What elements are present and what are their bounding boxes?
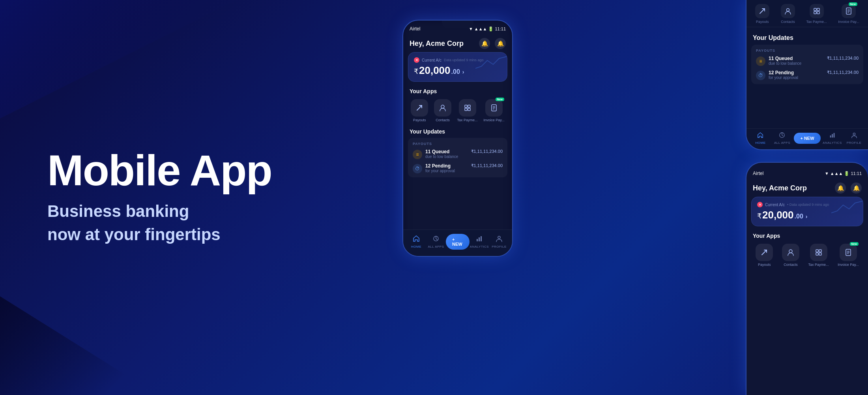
phone-right-bottom: Airtel ▼ ▲▲▲ 🔋 11:11 Hey, Acme Corp 🔔 🔔 … xyxy=(746,162,868,395)
wifi-icon-rb: ▼ xyxy=(825,171,829,176)
rp-home-icon xyxy=(757,132,763,140)
home-icon xyxy=(413,235,420,244)
update-queued-left: ≡ 11 Queued due to low balance xyxy=(413,149,458,159)
greeting-rb: Hey, Acme Corp xyxy=(753,184,807,192)
svg-rect-27 xyxy=(816,250,818,252)
bg-decoration-bottom xyxy=(0,296,158,395)
apps-grid-rb: Payouts Contacts xyxy=(746,242,868,271)
rp-bottom-nav: HOME ALL APPS + NEW xyxy=(746,128,868,149)
balance-graph xyxy=(475,53,507,72)
app-invoice-icon-wrap-rb: New xyxy=(840,244,857,261)
app-tax-icon-wrap xyxy=(459,99,476,117)
update-queued-text: 11 Queued due to low balance xyxy=(425,149,458,159)
svg-rect-22 xyxy=(830,135,831,137)
rp-nav-allapps[interactable]: ALL APPS xyxy=(772,132,792,145)
nav-profile-label: PROFILE xyxy=(492,245,507,248)
rp-pending-subtitle: for your approval xyxy=(769,75,798,80)
app-tax-label-rb: Tax Payme... xyxy=(808,263,829,267)
pending-title: 12 Pending xyxy=(425,163,455,169)
balance-whole-main: 20,000 xyxy=(419,64,451,77)
top-nav-tax[interactable]: Tax Payme... xyxy=(806,4,827,24)
update-item-pending[interactable]: ⏱ 12 Pending for your approval ₹1,11,11,… xyxy=(413,163,503,173)
nav-profile[interactable]: PROFILE xyxy=(489,235,509,248)
sub-title-line2: now at your fingertips xyxy=(47,223,272,246)
app-invoice-rb[interactable]: New Invoice Pay... xyxy=(838,244,859,267)
notification-icon[interactable]: 🔔 xyxy=(479,38,490,49)
app-payouts-label-rb: Payouts xyxy=(758,263,771,267)
rp-analytics-label: ANALYTICS xyxy=(823,141,842,145)
nav-analytics-label: ANALYTICS xyxy=(470,245,489,248)
phone-main: Airtel ▼ ▲▲▲ 🔋 11:11 Hey, Acme Corp 🔔 🔔 xyxy=(402,20,513,257)
alert-icon[interactable]: 🔔 xyxy=(495,38,506,49)
update-item-queued[interactable]: ≡ 11 Queued due to low balance ₹1,11,11,… xyxy=(413,149,503,159)
app-tax-icon-wrap-rb xyxy=(810,244,827,261)
nav-new[interactable]: + NEW xyxy=(446,234,470,250)
rp-updates-title: Your Updates xyxy=(751,31,863,45)
updates-section-main: PAYOUTS ≡ 11 Queued due to low balance ₹… xyxy=(408,138,507,177)
app-tax[interactable]: Tax Payme... xyxy=(457,99,478,122)
svg-rect-17 xyxy=(817,11,819,14)
top-nav-invoice[interactable]: New Invoice Pay... xyxy=(838,4,859,24)
app-payouts[interactable]: Payouts xyxy=(411,99,428,122)
rp-updates-label: PAYOUTS xyxy=(756,49,859,53)
rp-update-queued[interactable]: ≡ 11 Queued due to low balance ₹1,11,11,… xyxy=(756,56,859,66)
balance-whole-rb: 20,000 xyxy=(762,209,794,221)
queued-title: 11 Queued xyxy=(425,149,458,154)
rp-pending-left: ⏱ 12 Pending for your approval xyxy=(756,70,798,80)
rp-nav-analytics[interactable]: ANALYTICS xyxy=(823,132,842,145)
app-invoice-icon xyxy=(485,99,503,117)
top-nav-invoice-badge: New xyxy=(849,2,857,6)
rp-nav-profile[interactable]: PROFILE xyxy=(844,132,864,145)
rp-queued-icon: ≡ xyxy=(756,56,765,66)
app-contacts[interactable]: Contacts xyxy=(434,99,451,122)
phone-header-main: Hey, Acme Corp 🔔 🔔 xyxy=(403,33,512,52)
nav-home-label: HOME xyxy=(411,245,421,248)
app-payouts-icon xyxy=(411,99,428,117)
updates-section-title-main: Your Updates xyxy=(403,127,512,138)
top-nav-invoice-icon-wrap: New xyxy=(842,4,856,18)
nav-analytics[interactable]: ANALYTICS xyxy=(470,235,489,248)
app-contacts-icon xyxy=(434,99,451,117)
rp-new-button[interactable]: + NEW xyxy=(794,133,820,144)
top-nav-payouts[interactable]: Payouts xyxy=(755,4,769,24)
app-payouts-rb[interactable]: Payouts xyxy=(756,244,773,267)
app-invoice-label: Invoice Pay... xyxy=(483,118,504,122)
rp-allapps-label: ALL APPS xyxy=(774,141,790,145)
rp-pending-amount: ₹1,11,11,234.00 xyxy=(827,70,859,75)
top-nav-tax-icon xyxy=(810,4,824,18)
balance-arrow-rb[interactable]: › xyxy=(806,213,808,220)
header-icons-rb: 🔔 🔔 xyxy=(835,182,862,194)
app-invoice-icon-wrap: New xyxy=(485,99,503,117)
nav-home[interactable]: HOME xyxy=(406,235,426,248)
analytics-icon xyxy=(476,235,483,244)
app-invoice-icon-rb xyxy=(840,244,857,261)
update-pending-left: ⏱ 12 Pending for your approval xyxy=(413,163,455,173)
signal-icon-rb: ▲▲▲ xyxy=(830,171,843,176)
balance-label-text-rb: Current A/c xyxy=(765,203,785,207)
nav-allapps[interactable]: ALL APPS xyxy=(426,235,446,248)
new-button[interactable]: + NEW xyxy=(446,234,470,250)
carrier-rb: Airtel xyxy=(753,171,763,176)
app-contacts-rb[interactable]: Contacts xyxy=(782,244,799,267)
rp-queued-subtitle: due to low balance xyxy=(769,61,801,66)
sub-title: Business banking now at your fingertips xyxy=(47,200,272,246)
header-icons-main: 🔔 🔔 xyxy=(479,38,506,49)
balance-arrow-main[interactable]: › xyxy=(462,69,464,75)
time-main: 11:11 xyxy=(495,26,506,31)
top-nav-contacts[interactable]: Contacts xyxy=(781,4,795,24)
queued-amount: ₹1,11,11,234.00 xyxy=(471,149,503,154)
notification-icon-rb[interactable]: 🔔 xyxy=(835,182,846,194)
balance-card-main: ✕ Current A/c Data updated 9 mins ago ₹ … xyxy=(408,52,507,82)
svg-point-26 xyxy=(789,250,792,253)
bg-decoration-top xyxy=(0,0,237,118)
balance-decimal-main: .00 xyxy=(451,68,460,75)
alert-icon-rb[interactable]: 🔔 xyxy=(851,182,862,194)
rp-nav-new[interactable]: + NEW xyxy=(794,133,820,144)
allapps-icon xyxy=(432,235,440,244)
rp-update-pending[interactable]: ⏱ 12 Pending for your approval ₹1,11,11,… xyxy=(756,70,859,80)
app-invoice[interactable]: New Invoice Pay... xyxy=(483,99,504,122)
app-tax-rb[interactable]: Tax Payme... xyxy=(808,244,829,267)
balance-data-label-rb: • Data updated 9 mins ago xyxy=(787,203,829,207)
rp-nav-home[interactable]: HOME xyxy=(750,132,770,145)
svg-point-25 xyxy=(853,133,855,135)
